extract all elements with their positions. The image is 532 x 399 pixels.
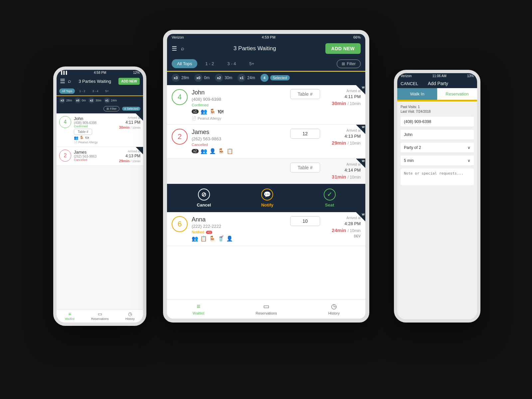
left-selected-row: ⊞ Filter 4 Selected	[57, 105, 143, 113]
left-icon-people-john: 👥	[74, 136, 79, 140]
filter-tab-3-4[interactable]: 3 - 4	[222, 59, 241, 68]
filter-tab-1-2[interactable]: 1 - 2	[200, 59, 219, 68]
left-iphone: ▐▐▐ 4:58 PM 12% ☰ ⌕ 3 Parties Waiting AD…	[53, 66, 146, 326]
left-time: 4:58 PM	[94, 71, 106, 74]
stat-x0: x0 0m	[194, 74, 210, 82]
party-size-select[interactable]: Party of 2 ∨	[401, 143, 474, 153]
wait-item-swipe[interactable]: W Arrived at 4:14 PM 31min / 10min	[167, 159, 365, 184]
swipe-seat-button[interactable]: ✓ Seat	[324, 189, 336, 207]
wait-right-swipe: Arrived at 4:14 PM 31min / 10min	[327, 163, 361, 180]
icon-group-james: 👥	[201, 148, 207, 154]
left-reservations-icon: ▭	[98, 311, 102, 317]
tab-reservation[interactable]: Reservation	[437, 88, 477, 100]
swipe-cancel-button[interactable]: ⊘ Cancel	[197, 189, 211, 207]
icon-chair-james: 🪑	[218, 148, 225, 154]
tab-walkin[interactable]: Walk In	[397, 88, 437, 100]
left-info-john: John (408) 909-6398 Confirmed 👥 🪑 🍽 📄 Pe…	[74, 116, 116, 144]
left-search-icon[interactable]: ⌕	[68, 78, 71, 84]
nav-reservations[interactable]: ▭ Reservations	[256, 302, 277, 315]
left-history-icon: ◷	[128, 311, 132, 317]
past-visits-info: Past Visits: 1 Last Visit: 7/24/2018	[401, 105, 474, 114]
left-corner-w-1	[136, 113, 143, 121]
party-chevron-icon: ∨	[467, 145, 470, 150]
left-stat-4: x1 24m	[104, 97, 117, 103]
right-battery: 13%	[467, 74, 474, 78]
left-selected-badge: 4 Selected	[122, 107, 140, 111]
left-stats-row: x3 28m x0 0m x2 30m x1 24m	[57, 96, 143, 105]
search-icon[interactable]: ⌕	[181, 46, 184, 52]
info-anna: Anna (222) 222-2222 Notified +1 👥 📋 🪑 🥤 …	[192, 216, 283, 242]
right-iphone: Verizon 11:06 AM 13% CANCEL Add Party Wa…	[394, 70, 480, 323]
right-cancel-button[interactable]: CANCEL	[401, 81, 418, 86]
swipe-actions-bar: ⊘ Cancel 💬 Notify ✓ Seat	[167, 184, 365, 212]
left-info-james: James (262) 563-9863 Cancelled	[74, 150, 116, 162]
nav-waitlist[interactable]: ≡ Waitlist	[193, 303, 204, 315]
walkin-tabs: Walk In Reservation	[397, 88, 477, 101]
name-field[interactable]	[401, 130, 474, 140]
wait-right-anna: Arrived at 4:28 PM 24min / 10min DEV	[327, 216, 361, 238]
stat-x1: x1 24m	[238, 74, 255, 82]
icon-group-john: 👥	[201, 108, 207, 115]
icon-people-james: 👤	[209, 148, 216, 154]
left-filter-3-4[interactable]: 3 - 4	[89, 88, 101, 94]
ipad-header: ☰ ⌕ 3 Parties Waiting ADD NEW	[167, 41, 365, 57]
nav-history[interactable]: ◷ History	[328, 302, 340, 315]
left-nav-reservations[interactable]: ▭ Reservations	[91, 311, 109, 321]
phone-field[interactable]	[401, 117, 474, 127]
ipad-time: 4:59 PM	[262, 35, 275, 39]
wait-time-select[interactable]: 5 min ∨	[401, 156, 474, 166]
wait-item-anna[interactable]: W 6 Anna (222) 222-2222 Notified +1 👥 📋 …	[167, 212, 365, 246]
left-filter-1-2[interactable]: 1 - 2	[77, 88, 88, 94]
history-icon: ◷	[331, 302, 337, 310]
left-filter-all-tops[interactable]: All Tops	[59, 88, 75, 94]
left-filter-button[interactable]: ⊞ Filter	[103, 106, 120, 111]
add-new-button[interactable]: ADD NEW	[325, 43, 361, 54]
wait-chevron-icon: ∨	[467, 158, 470, 163]
table-input-james[interactable]	[290, 129, 320, 139]
right-header: CANCEL Add Party	[397, 79, 477, 88]
left-title: 3 Parties Waiting	[74, 79, 116, 84]
party-size-anna: 6	[172, 216, 188, 232]
reservations-icon: ▭	[263, 302, 269, 310]
filter-button[interactable]: ⊞ Filter	[337, 60, 361, 68]
left-wait-item-john[interactable]: 4 John (408) 909-6398 Confirmed 👥 🪑 🍽 📄 …	[57, 113, 143, 147]
badge-x1-john: x1	[192, 109, 199, 114]
seat-circle-icon: ✓	[324, 189, 336, 200]
icon-check-james: 📋	[227, 148, 233, 154]
left-wait-item-james[interactable]: 2 James (262) 563-9863 Cancelled Arrived…	[57, 147, 143, 166]
swipe-notify-button[interactable]: 💬 Notify	[261, 189, 273, 207]
left-nav-waitlist[interactable]: ≡ Waitlist	[65, 311, 75, 321]
party-size-john: 4	[172, 89, 188, 105]
wait-item-john[interactable]: W 4 John (408) 909-6398 Confirmed x1 👥 🪑…	[167, 85, 365, 125]
left-stat-1: x3 28m	[59, 97, 72, 103]
table-input-john[interactable]	[290, 89, 320, 99]
right-title: Add Party	[428, 81, 448, 86]
table-input-anna[interactable]	[290, 216, 320, 226]
left-stat-2: x0 0m	[75, 97, 86, 103]
left-icon-table-john: 🍽	[85, 136, 89, 140]
icon-people-anna: 👤	[226, 235, 233, 242]
notify-circle-icon: 💬	[261, 189, 273, 200]
waitlist-icon: ≡	[197, 303, 201, 310]
left-bottom-nav: ≡ Waitlist ▭ Reservations ◷ History	[57, 309, 143, 323]
filter-icon: ⊞	[342, 62, 345, 66]
wait-item-james[interactable]: W 2 James (262) 563-9863 Cancelled x2 👥 …	[167, 125, 365, 159]
note-field[interactable]	[401, 169, 474, 185]
icon-group-anna: 👥	[192, 235, 198, 242]
table-input-swipe[interactable]	[290, 163, 320, 173]
info-john: John (408) 909-6398 Confirmed x1 👥 🪑 🍽 📄…	[192, 89, 283, 120]
left-status-bar: ▐▐▐ 4:58 PM 12%	[57, 70, 143, 75]
filter-tab-5plus[interactable]: 5+	[244, 59, 260, 68]
left-hamburger-icon[interactable]: ☰	[60, 77, 65, 85]
info-james: James (262) 563-9863 Cancelled x2 👥 👤 🪑 …	[192, 129, 283, 154]
badge-x2-james: x2	[192, 149, 199, 153]
hamburger-icon[interactable]: ☰	[172, 45, 177, 52]
left-table-john[interactable]	[74, 129, 92, 135]
left-waitlist: 4 John (408) 909-6398 Confirmed 👥 🪑 🍽 📄 …	[57, 113, 143, 309]
waitlist-container: W 4 John (408) 909-6398 Confirmed x1 👥 🪑…	[167, 85, 365, 299]
filter-tab-all-tops[interactable]: All Tops	[172, 59, 197, 68]
left-add-new-button[interactable]: ADD NEW	[118, 78, 140, 85]
main-ipad: Verizon 4:59 PM 66% ☰ ⌕ 3 Parties Waitin…	[163, 30, 369, 323]
left-nav-history[interactable]: ◷ History	[125, 311, 135, 321]
left-filter-5plus[interactable]: 5+	[102, 88, 111, 94]
